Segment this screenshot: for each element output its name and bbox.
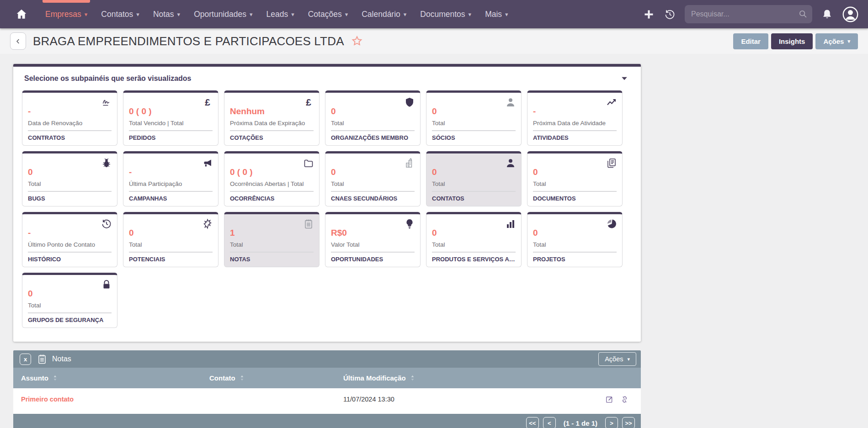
search-input[interactable] (685, 5, 812, 23)
card-title: OPORTUNIDADES (331, 256, 415, 263)
subpanel-card-notas[interactable]: 1TotalNOTAS (224, 212, 320, 267)
card-title: ATIVIDADES (533, 134, 617, 141)
row-actions (591, 395, 641, 404)
card-spacer (230, 187, 314, 191)
favorite-star-icon[interactable] (351, 35, 363, 47)
nav-item-documentos[interactable]: Documentos▾ (413, 0, 478, 28)
card-value: 0 (28, 168, 112, 176)
insights-button[interactable]: Insights (771, 33, 813, 49)
card-title: SÓCIOS (432, 134, 516, 141)
nav-item-label: Empresas (45, 10, 81, 19)
chevron-down-icon: ▾ (627, 356, 630, 362)
card-spacer (28, 127, 112, 130)
card-value: 0 (533, 168, 617, 176)
collapse-chevron-down-icon[interactable] (620, 74, 629, 83)
notifications-bell-icon[interactable] (821, 9, 833, 20)
barchart-icon (505, 218, 516, 229)
nav-item-oportunidades[interactable]: Oportunidades▾ (187, 0, 259, 28)
card-title: NOTAS (230, 256, 314, 263)
notes-actions-dropdown-button[interactable]: Ações ▾ (598, 352, 636, 366)
burst-icon (202, 218, 213, 229)
pagination-prev-button[interactable]: < (543, 417, 556, 428)
nav-item-contatos[interactable]: Contatos▾ (94, 0, 146, 28)
card-value: 0 (28, 289, 112, 298)
subpanel-card-socios[interactable]: 0TotalSÓCIOS (426, 90, 522, 146)
subpanel-cards-grid: -Data de RenovaçãoCONTRATOS£0 ( 0 )Total… (13, 88, 641, 331)
notepad-icon (37, 354, 48, 365)
card-spacer (432, 248, 516, 252)
card-value: 1 (230, 228, 314, 237)
edit-button[interactable]: Editar (733, 33, 768, 49)
card-divider (129, 252, 213, 253)
nav-item-leads[interactable]: Leads▾ (259, 0, 301, 28)
card-spacer (129, 187, 213, 191)
sort-arrows-icon[interactable] (53, 374, 58, 382)
card-title: POTENCIAIS (129, 256, 213, 263)
subpanel-card-contratos[interactable]: -Data de RenovaçãoCONTRATOS (22, 90, 117, 146)
subpanel-card-cotacoes[interactable]: £NenhumPróxima Data de ExpiraçãoCOTAÇÕES (224, 90, 320, 146)
card-title: CONTRATOS (28, 134, 112, 141)
card-title: DOCUMENTOS (533, 195, 617, 202)
pagination-range-label: (1 - 1 de 1) (564, 419, 597, 427)
subpanel-card-pedidos[interactable]: £0 ( 0 )Total Vencido | TotalPEDIDOS (123, 90, 218, 146)
card-divider (331, 252, 415, 253)
user-avatar[interactable] (842, 6, 859, 23)
card-divider (533, 191, 617, 192)
subpanel-card-atividades[interactable]: -Próxima Data de AtividadeATIVIDADES (527, 90, 623, 146)
subpanel-card-ocorrencias[interactable]: 0 ( 0 )Ocorrências Abertas | TotalOCORRÊ… (224, 151, 320, 206)
pagination-next-button[interactable]: > (605, 417, 618, 428)
back-button[interactable] (10, 32, 26, 50)
subpanel-card-projetos[interactable]: 0TotalPROJETOS (527, 212, 623, 267)
nav-item-cotacoes[interactable]: Cotações▾ (301, 0, 355, 28)
nav-item-empresas[interactable]: Empresas▾ (38, 0, 94, 28)
nav-item-calendario[interactable]: Calendário▾ (355, 0, 413, 28)
subpanel-card-documentos[interactable]: 0TotalDOCUMENTOS (527, 151, 623, 206)
close-subpanel-button[interactable]: x (20, 354, 31, 365)
nav-item-notas[interactable]: Notas▾ (146, 0, 187, 28)
card-divider (28, 252, 112, 253)
pagination-last-button[interactable]: >> (622, 417, 635, 428)
search-icon[interactable] (798, 9, 808, 19)
chevron-down-icon: ▾ (177, 11, 181, 18)
sort-arrows-icon[interactable] (410, 374, 415, 382)
card-value: 0 (129, 228, 213, 237)
card-label: Próxima Data de Atividade (533, 120, 617, 127)
edit-icon[interactable] (605, 395, 614, 404)
card-spacer (230, 127, 314, 130)
subpanel-card-grupos-de-seguranca[interactable]: 0TotalGRUPOS DE SEGURANÇA (22, 273, 117, 328)
card-spacer (432, 187, 516, 191)
recently-viewed-history-icon[interactable] (664, 9, 676, 20)
note-subject-link[interactable]: Primeiro contato (13, 396, 202, 403)
column-header-label: Última Modificação (343, 374, 406, 382)
card-title: HISTÓRICO (28, 256, 112, 263)
pagination-first-button[interactable]: << (526, 417, 539, 428)
subpanel-card-organizacoes-membro[interactable]: 0TotalORGANIZAÇÕES MEMBRO (325, 90, 421, 146)
actions-dropdown-button[interactable]: Ações ▾ (815, 33, 858, 49)
notes-table-body: Primeiro contato11/07/2024 13:30 (13, 388, 641, 410)
quick-create-plus-icon[interactable] (643, 8, 655, 21)
building-icon (404, 158, 415, 169)
column-header-ultima-modificacao[interactable]: Última Modificação (335, 374, 591, 382)
card-value: 0 (432, 107, 516, 116)
column-header-contato[interactable]: Contato (202, 374, 335, 382)
sort-arrows-icon[interactable] (240, 374, 245, 382)
subpanel-card-produtos-e-servicos-ad[interactable]: 0TotalPRODUTOS E SERVIÇOS AD... (426, 212, 522, 267)
note-modified-cell: 11/07/2024 13:30 (335, 396, 591, 403)
subpanel-card-potenciais[interactable]: 0TotalPOTENCIAIS (123, 212, 218, 267)
card-spacer (533, 127, 617, 130)
unlink-icon[interactable] (620, 395, 629, 404)
home-icon[interactable] (16, 8, 27, 20)
subpanel-card-campanhas[interactable]: -Última ParticipaçãoCAMPANHAS (123, 151, 218, 206)
subpanel-card-oportunidades[interactable]: R$0Valor TotalOPORTUNIDADES (325, 212, 421, 267)
top-navbar: Empresas▾Contatos▾Notas▾Oportunidades▾Le… (0, 0, 868, 28)
subpanel-card-contatos[interactable]: 0TotalCONTATOS (426, 151, 522, 206)
subpanel-card-cnaes-secundarios[interactable]: 0TotalCNAES SECUNDÁRIOS (325, 151, 421, 206)
column-header-label: Contato (209, 374, 235, 382)
subpanel-card-historico[interactable]: -Último Ponto de ContatoHISTÓRICO (22, 212, 117, 267)
nav-item-mais[interactable]: Mais▾ (478, 0, 515, 28)
subpanel-card-bugs[interactable]: 0TotalBUGS (22, 151, 117, 206)
card-title: PRODUTOS E SERVIÇOS AD... (432, 256, 516, 263)
nav-item-label: Cotações (308, 10, 342, 19)
card-title: CNAES SECUNDÁRIOS (331, 195, 415, 202)
column-header-assunto[interactable]: Assunto (13, 374, 202, 382)
